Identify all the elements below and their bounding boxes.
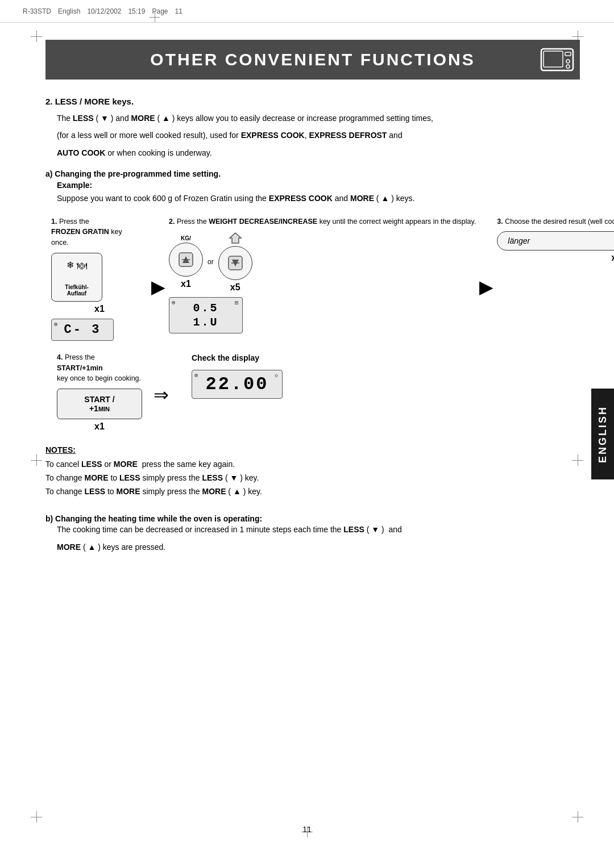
frozen-gratin-icon: ❄ 🍽: [59, 258, 95, 282]
step1-x: x1: [51, 304, 148, 314]
step3-col: 3. Choose the desired result (well cooke…: [497, 216, 614, 264]
svg-rect-1: [544, 51, 563, 67]
steps-row-1-3: 1. Press the FROZEN GRATIN keyonce. ❄ 🍽 …: [51, 216, 580, 341]
step2-col: 2. Press the WEIGHT DECREASE/INCREASE ke…: [169, 216, 476, 334]
crosshair-bot-right: [572, 811, 583, 823]
section2-para1: The LESS ( ▼ ) and MORE ( ▲ ) keys allow…: [57, 112, 580, 124]
notes-line3: To change LESS to MORE simply press the …: [45, 485, 580, 499]
section2-para2: (for a less well or more well cooked res…: [57, 129, 580, 141]
step4-x: x1: [57, 422, 142, 432]
section2-heading: 2. LESS / MORE keys.: [45, 97, 580, 106]
step4-display: ⊕ 22.00 ◇: [192, 370, 283, 399]
example-label: Example:: [57, 181, 580, 190]
step3-x: x1: [497, 253, 614, 263]
crosshair-bot-left: [31, 811, 42, 823]
section2-para3: AUTO COOK or when cooking is underway.: [57, 147, 580, 159]
svg-point-3: [566, 60, 570, 63]
step4-col: 4. Press the START/+1minkey once to begi…: [57, 352, 142, 432]
subsection-a-title: a) Changing the pre-programmed time sett…: [45, 169, 580, 178]
notes-line2: To change MORE to LESS simply press the …: [45, 471, 580, 485]
check-display-label: Check the display: [192, 352, 283, 364]
kg-decrease-key[interactable]: [169, 243, 203, 277]
notes-title: NOTES:: [45, 445, 580, 454]
notes-section: NOTES: To cancel LESS or MORE press the …: [45, 445, 580, 498]
section-b-para2: MORE ( ▲ ) keys are pressed.: [57, 541, 580, 553]
page-title: OTHER CONVENIENT FUNCTIONS: [150, 50, 475, 69]
step2-x5: x5: [230, 282, 240, 293]
section-b-title: b) Changing the heating time while the o…: [45, 514, 580, 523]
page-number: 11: [302, 825, 312, 834]
check-display-col: Check the display ⊕ 22.00 ◇: [192, 352, 283, 399]
crosshair-mid-left: [31, 454, 42, 466]
step3-desc: 3. Choose the desired result (well cooke…: [497, 216, 614, 227]
kg-buttons-row: KG/ x1 or: [169, 231, 476, 293]
svg-point-4: [566, 65, 570, 68]
start-button[interactable]: START /+1MIN: [57, 389, 142, 419]
kg-increase-key[interactable]: [218, 246, 252, 280]
svg-text:🍽: 🍽: [77, 260, 87, 272]
step1-col: 1. Press the FROZEN GRATIN keyonce. ❄ 🍽 …: [51, 216, 148, 341]
or-text: or: [208, 258, 214, 266]
example-text: Suppose you want to cook 600 g of Frozen…: [57, 192, 580, 205]
arrow-1: ▶: [151, 276, 165, 298]
microwave-icon: [540, 45, 574, 74]
langer-key[interactable]: länger: [497, 231, 614, 251]
frozen-gratin-label: Tiefkühl-Auflauf: [59, 284, 95, 297]
svg-rect-2: [565, 52, 571, 56]
step4-row: 4. Press the START/+1minkey once to begi…: [57, 352, 580, 432]
svg-text:❄: ❄: [67, 260, 74, 270]
english-tab: ENGLISH: [591, 389, 614, 479]
step2-desc: 2. Press the WEIGHT DECREASE/INCREASE ke…: [169, 216, 476, 227]
title-banner: OTHER CONVENIENT FUNCTIONS: [45, 40, 580, 80]
crosshair-top-left: [31, 31, 42, 42]
section-b-para1: The cooking time can be decreased or inc…: [57, 523, 580, 536]
arrow-2: ▶: [479, 276, 493, 298]
step2-x1: x1: [181, 279, 191, 289]
section-b: b) Changing the heating time while the o…: [45, 514, 580, 553]
notes-line1: To cancel LESS or MORE press the same ke…: [45, 458, 580, 471]
step1-display: ⊕ C- 3: [51, 319, 114, 341]
main-content: OTHER CONVENIENT FUNCTIONS 2. LESS / MOR…: [45, 0, 580, 558]
frozen-gratin-key[interactable]: ❄ 🍽 Tiefkühl-Auflauf: [51, 253, 102, 302]
step1-desc: 1. Press the FROZEN GRATIN keyonce.: [51, 216, 148, 248]
step4-desc: 4. Press the START/+1minkey once to begi…: [57, 352, 142, 384]
subsection-a: a) Changing the pre-programmed time sett…: [45, 169, 580, 205]
arrow-step4: ⇒: [154, 384, 169, 406]
svg-marker-10: [230, 233, 241, 243]
step2-display: ⊕ 0.5 1.U ⊞: [169, 297, 243, 333]
